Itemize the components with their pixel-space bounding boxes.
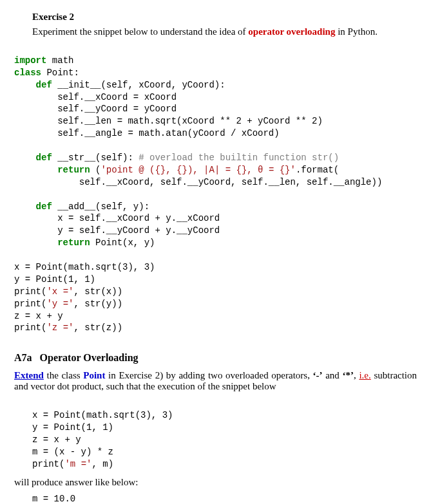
code-indent	[14, 201, 36, 212]
code-line: y = self.__yCoord + y.__yCoord	[14, 225, 220, 236]
a7a-output: m = 10.0	[14, 493, 417, 504]
exercise2-heading: Exercise 2	[32, 12, 417, 23]
code-comment: # overload the builtin function str()	[139, 153, 339, 163]
intro-post: in Python.	[335, 26, 377, 37]
code-text: .format(	[296, 165, 339, 175]
code-indent	[14, 80, 36, 90]
code-text: , str(x))	[73, 286, 122, 297]
code-text: , str(z))	[73, 322, 122, 333]
code-line: x = Point(math.sqrt(3), 3)	[32, 410, 173, 420]
code-text: , m)	[91, 459, 113, 469]
code-line: x = self.__xCoord + y.__xCoord	[14, 213, 220, 223]
a7a-paragraph-2: will produce answer like below:	[14, 477, 417, 488]
kw-return: return	[57, 165, 90, 175]
heading-title: Operator Overloading	[40, 352, 139, 363]
heading-num: A7a	[14, 352, 32, 363]
code-text: __add__(self, y):	[52, 201, 149, 212]
exercise2-intro: Experiment the snippet below to understa…	[32, 26, 417, 37]
code-text: __init__(self, xCoord, yCoord):	[52, 80, 225, 90]
kw-def: def	[36, 201, 52, 212]
code-line: y = Point(1, 1)	[14, 274, 95, 285]
ie-word: i.e.	[359, 370, 370, 380]
a7a-code-block: x = Point(math.sqrt(3), 3) y = Point(1, …	[14, 397, 417, 470]
star-op: ‘*’	[343, 370, 354, 380]
kw-class: class	[14, 68, 41, 78]
minus-op: ‘-’	[313, 370, 323, 380]
code-line: self.__xCoord = xCoord	[14, 92, 177, 102]
point-class: Point	[83, 370, 105, 380]
code-line: self.__xCoord, self.__yCoord, self.__len…	[14, 177, 382, 187]
intro-emph: operator overloading	[248, 26, 335, 37]
code-line: z = x + y	[14, 311, 63, 321]
exercise2-code-block: import math class Point: def __init__(se…	[14, 42, 417, 334]
p1-b: in Exercise 2) by adding two overloaded …	[105, 370, 312, 380]
code-text: print(	[32, 459, 64, 469]
intro-pre: Experiment the snippet below to understa…	[32, 26, 248, 37]
string-literal: 'm ='	[64, 459, 91, 469]
string-literal: 'x ='	[46, 286, 73, 297]
extend-word: Extend	[14, 370, 44, 380]
code-line: m = (x - y) * z	[32, 447, 113, 457]
string-literal: 'z ='	[46, 322, 73, 333]
code-indent	[14, 165, 57, 175]
code-line: y = Point(1, 1)	[32, 422, 113, 433]
a7a-heading: A7a Operator Overloading	[14, 352, 417, 364]
p1-a: the class	[44, 370, 83, 380]
code-text: (	[90, 165, 101, 175]
code-text: Point(x, y)	[90, 238, 155, 248]
string-literal: 'y ='	[46, 299, 73, 309]
string-literal: 'point @ ({}, {}), |A| = {}, θ = {}'	[101, 165, 295, 175]
code-text: print(	[14, 322, 46, 333]
code-text: Point:	[41, 68, 79, 78]
code-line: z = x + y	[32, 434, 81, 445]
kw-def: def	[36, 80, 52, 90]
code-line: self.__angle = math.atan(yCoord / xCoord…	[14, 128, 280, 138]
code-text: print(	[14, 299, 46, 309]
code-text: __str__(self):	[52, 153, 139, 163]
p1-c: and	[323, 370, 343, 380]
code-line: self.__yCoord = yCoord	[14, 104, 177, 114]
code-text: print(	[14, 286, 46, 297]
code-line: self.__len = math.sqrt(xCoord ** 2 + yCo…	[14, 116, 323, 126]
code-indent	[14, 238, 57, 248]
code-line: x = Point(math.sqrt(3), 3)	[14, 262, 155, 272]
code-text: , str(y))	[73, 299, 122, 309]
code-text: math	[46, 55, 73, 66]
kw-def: def	[36, 153, 52, 163]
kw-return: return	[57, 238, 90, 248]
a7a-paragraph-1: Extend the class Point in Exercise 2) by…	[14, 370, 417, 392]
code-indent	[14, 153, 36, 163]
kw-import: import	[14, 55, 46, 66]
